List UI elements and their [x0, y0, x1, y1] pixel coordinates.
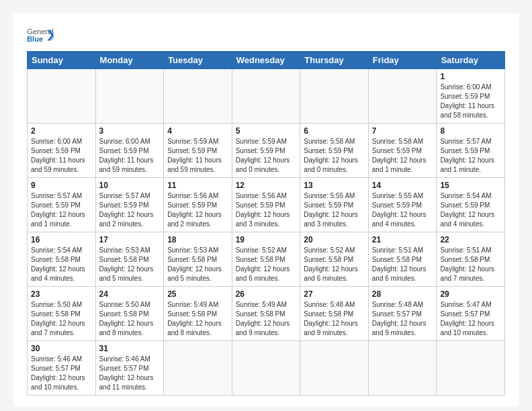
day-number: 28 [372, 289, 433, 299]
day-number: 8 [440, 126, 501, 136]
calendar-week-6: 30Sunrise: 5:46 AM Sunset: 5:57 PM Dayli… [28, 341, 505, 396]
day-number: 19 [236, 235, 297, 244]
day-number: 7 [372, 126, 433, 136]
day-number: 5 [236, 126, 297, 136]
calendar-cell: 11Sunrise: 5:56 AM Sunset: 5:59 PM Dayli… [164, 178, 232, 232]
calendar-cell [95, 69, 164, 124]
page-container: General Blue SundayMondayTuesdayWednesda… [13, 13, 519, 406]
day-info: Sunrise: 5:51 AM Sunset: 5:58 PM Dayligh… [372, 246, 433, 283]
day-info: Sunrise: 5:58 AM Sunset: 5:59 PM Dayligh… [304, 137, 365, 175]
calendar-cell [164, 341, 232, 396]
day-number: 27 [304, 289, 365, 299]
calendar-cell: 25Sunrise: 5:49 AM Sunset: 5:58 PM Dayli… [164, 287, 232, 341]
calendar-week-3: 9Sunrise: 5:57 AM Sunset: 5:59 PM Daylig… [28, 178, 505, 232]
calendar-cell: 20Sunrise: 5:52 AM Sunset: 5:58 PM Dayli… [300, 232, 369, 287]
day-number: 12 [236, 181, 297, 190]
calendar-cell: 7Sunrise: 5:58 AM Sunset: 5:59 PM Daylig… [368, 124, 437, 178]
day-info: Sunrise: 5:46 AM Sunset: 5:57 PM Dayligh… [99, 355, 161, 392]
day-info: Sunrise: 5:57 AM Sunset: 5:59 PM Dayligh… [31, 191, 92, 229]
day-info: Sunrise: 5:53 AM Sunset: 5:58 PM Dayligh… [99, 246, 161, 283]
day-number: 6 [304, 126, 365, 136]
day-number: 24 [99, 289, 161, 299]
day-number: 10 [99, 181, 161, 190]
day-number: 26 [236, 289, 297, 299]
day-number: 29 [440, 289, 501, 299]
weekday-sunday: Sunday [28, 52, 96, 69]
day-number: 22 [440, 235, 501, 244]
day-info: Sunrise: 5:52 AM Sunset: 5:58 PM Dayligh… [236, 246, 297, 283]
day-number: 13 [304, 181, 365, 190]
calendar-cell: 4Sunrise: 5:59 AM Sunset: 5:59 PM Daylig… [164, 124, 232, 178]
day-info: Sunrise: 5:55 AM Sunset: 5:59 PM Dayligh… [304, 191, 365, 229]
calendar-cell: 12Sunrise: 5:56 AM Sunset: 5:59 PM Dayli… [232, 178, 300, 232]
calendar-cell: 14Sunrise: 5:55 AM Sunset: 5:59 PM Dayli… [368, 178, 437, 232]
day-info: Sunrise: 6:00 AM Sunset: 5:59 PM Dayligh… [99, 137, 161, 175]
day-info: Sunrise: 5:48 AM Sunset: 5:57 PM Dayligh… [372, 300, 433, 338]
day-info: Sunrise: 5:59 AM Sunset: 5:59 PM Dayligh… [167, 137, 228, 175]
calendar-cell: 17Sunrise: 5:53 AM Sunset: 5:58 PM Dayli… [95, 232, 164, 287]
day-info: Sunrise: 5:47 AM Sunset: 5:57 PM Dayligh… [440, 300, 501, 338]
calendar-cell: 1Sunrise: 6:00 AM Sunset: 5:59 PM Daylig… [437, 69, 505, 124]
weekday-monday: Monday [95, 52, 164, 69]
day-info: Sunrise: 5:56 AM Sunset: 5:59 PM Dayligh… [236, 191, 297, 229]
day-info: Sunrise: 5:57 AM Sunset: 5:59 PM Dayligh… [440, 137, 501, 175]
calendar-cell: 31Sunrise: 5:46 AM Sunset: 5:57 PM Dayli… [95, 341, 164, 396]
calendar-cell [300, 341, 369, 396]
day-number: 15 [440, 181, 501, 190]
calendar-cell: 9Sunrise: 5:57 AM Sunset: 5:59 PM Daylig… [28, 178, 96, 232]
calendar-cell [232, 341, 300, 396]
day-info: Sunrise: 5:57 AM Sunset: 5:59 PM Dayligh… [99, 191, 161, 229]
calendar-week-1: 1Sunrise: 6:00 AM Sunset: 5:59 PM Daylig… [28, 69, 505, 124]
calendar-cell: 3Sunrise: 6:00 AM Sunset: 5:59 PM Daylig… [95, 124, 164, 178]
weekday-wednesday: Wednesday [232, 52, 300, 69]
calendar-cell: 22Sunrise: 5:51 AM Sunset: 5:58 PM Dayli… [437, 232, 505, 287]
calendar-cell [300, 69, 369, 124]
calendar-cell [368, 69, 437, 124]
day-number: 14 [372, 181, 433, 190]
logo: General Blue [27, 24, 54, 44]
weekday-thursday: Thursday [300, 52, 369, 69]
calendar-cell [437, 341, 505, 396]
calendar-week-2: 2Sunrise: 6:00 AM Sunset: 5:59 PM Daylig… [28, 124, 505, 178]
day-number: 16 [31, 235, 92, 244]
day-number: 3 [99, 126, 161, 136]
day-info: Sunrise: 6:00 AM Sunset: 5:59 PM Dayligh… [440, 83, 501, 120]
calendar-cell: 6Sunrise: 5:58 AM Sunset: 5:59 PM Daylig… [300, 124, 369, 178]
day-info: Sunrise: 5:48 AM Sunset: 5:58 PM Dayligh… [304, 300, 365, 338]
weekday-friday: Friday [368, 52, 437, 69]
calendar-cell: 30Sunrise: 5:46 AM Sunset: 5:57 PM Dayli… [28, 341, 96, 396]
day-info: Sunrise: 5:58 AM Sunset: 5:59 PM Dayligh… [372, 137, 433, 175]
calendar-cell: 28Sunrise: 5:48 AM Sunset: 5:57 PM Dayli… [368, 287, 437, 341]
calendar-cell [368, 341, 437, 396]
calendar-week-5: 23Sunrise: 5:50 AM Sunset: 5:58 PM Dayli… [28, 287, 505, 341]
day-number: 2 [31, 126, 92, 136]
day-number: 11 [167, 181, 228, 190]
calendar-cell: 16Sunrise: 5:54 AM Sunset: 5:58 PM Dayli… [28, 232, 96, 287]
day-info: Sunrise: 5:49 AM Sunset: 5:58 PM Dayligh… [236, 300, 297, 338]
day-number: 4 [167, 126, 228, 136]
day-number: 31 [99, 344, 161, 353]
calendar-cell: 24Sunrise: 5:50 AM Sunset: 5:58 PM Dayli… [95, 287, 164, 341]
weekday-saturday: Saturday [437, 52, 505, 69]
calendar-cell: 13Sunrise: 5:55 AM Sunset: 5:59 PM Dayli… [300, 178, 369, 232]
calendar-cell: 27Sunrise: 5:48 AM Sunset: 5:58 PM Dayli… [300, 287, 369, 341]
header: General Blue [27, 24, 505, 44]
logo-icon: General Blue [27, 26, 54, 44]
calendar-cell [164, 69, 232, 124]
calendar-cell [232, 69, 300, 124]
day-info: Sunrise: 5:49 AM Sunset: 5:58 PM Dayligh… [167, 300, 228, 338]
day-info: Sunrise: 5:54 AM Sunset: 5:59 PM Dayligh… [440, 191, 501, 229]
calendar-body: 1Sunrise: 6:00 AM Sunset: 5:59 PM Daylig… [28, 69, 505, 396]
day-info: Sunrise: 5:51 AM Sunset: 5:58 PM Dayligh… [440, 246, 501, 283]
weekday-header: SundayMondayTuesdayWednesdayThursdayFrid… [28, 52, 505, 69]
day-info: Sunrise: 5:56 AM Sunset: 5:59 PM Dayligh… [167, 191, 228, 229]
calendar-cell: 29Sunrise: 5:47 AM Sunset: 5:57 PM Dayli… [437, 287, 505, 341]
day-number: 23 [31, 289, 92, 299]
day-number: 25 [167, 289, 228, 299]
day-number: 9 [31, 181, 92, 190]
day-info: Sunrise: 5:59 AM Sunset: 5:59 PM Dayligh… [236, 137, 297, 175]
day-info: Sunrise: 5:52 AM Sunset: 5:58 PM Dayligh… [304, 246, 365, 283]
day-info: Sunrise: 5:46 AM Sunset: 5:57 PM Dayligh… [31, 355, 92, 392]
calendar-cell: 2Sunrise: 6:00 AM Sunset: 5:59 PM Daylig… [28, 124, 96, 178]
day-number: 17 [99, 235, 161, 244]
